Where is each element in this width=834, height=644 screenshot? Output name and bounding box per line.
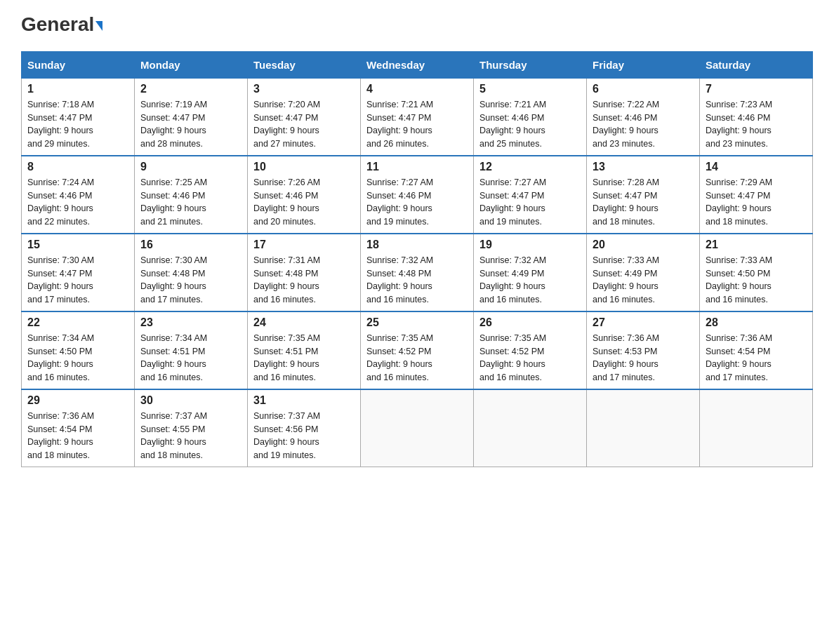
- day-number: 5: [479, 83, 581, 95]
- calendar-week-row-1: 1Sunrise: 7:18 AMSunset: 4:47 PMDaylight…: [22, 78, 813, 156]
- day-info: Sunrise: 7:25 AMSunset: 4:46 PMDaylight:…: [140, 176, 241, 229]
- day-info: Sunrise: 7:30 AMSunset: 4:47 PMDaylight:…: [27, 254, 128, 307]
- day-info: Sunrise: 7:37 AMSunset: 4:55 PMDaylight:…: [140, 410, 241, 462]
- day-info: Sunrise: 7:29 AMSunset: 4:47 PMDaylight:…: [706, 176, 807, 229]
- day-info: Sunrise: 7:30 AMSunset: 4:48 PMDaylight:…: [140, 254, 241, 307]
- day-number: 17: [253, 239, 355, 251]
- day-info: Sunrise: 7:21 AMSunset: 4:46 PMDaylight:…: [479, 98, 581, 151]
- calendar-day-cell: 12Sunrise: 7:27 AMSunset: 4:47 PMDayligh…: [474, 156, 587, 234]
- calendar-day-cell: 1Sunrise: 7:18 AMSunset: 4:47 PMDaylight…: [22, 78, 135, 156]
- day-number: 31: [253, 394, 355, 407]
- day-number: 16: [140, 239, 241, 251]
- weekday-header-friday: Friday: [587, 51, 700, 78]
- day-number: 20: [593, 239, 694, 251]
- calendar-day-cell: 5Sunrise: 7:21 AMSunset: 4:46 PMDaylight…: [474, 78, 587, 156]
- day-info: Sunrise: 7:34 AMSunset: 4:50 PMDaylight:…: [27, 332, 128, 384]
- logo: General: [21, 14, 102, 37]
- calendar-day-cell: 25Sunrise: 7:35 AMSunset: 4:52 PMDayligh…: [361, 311, 474, 389]
- day-number: 8: [27, 161, 128, 173]
- day-info: Sunrise: 7:35 AMSunset: 4:51 PMDaylight:…: [253, 332, 355, 384]
- day-number: 19: [479, 239, 581, 251]
- weekday-header-saturday: Saturday: [700, 51, 813, 78]
- day-number: 6: [593, 83, 694, 95]
- page-header: General: [21, 14, 813, 37]
- calendar-week-row-2: 8Sunrise: 7:24 AMSunset: 4:46 PMDaylight…: [22, 156, 813, 234]
- day-number: 11: [366, 161, 468, 173]
- weekday-header-monday: Monday: [135, 51, 248, 78]
- calendar-day-cell: 22Sunrise: 7:34 AMSunset: 4:50 PMDayligh…: [22, 311, 135, 389]
- calendar-day-cell: [700, 389, 813, 467]
- day-info: Sunrise: 7:28 AMSunset: 4:47 PMDaylight:…: [593, 176, 694, 229]
- day-number: 2: [140, 83, 241, 95]
- calendar-day-cell: 7Sunrise: 7:23 AMSunset: 4:46 PMDaylight…: [700, 78, 813, 156]
- calendar-day-cell: 29Sunrise: 7:36 AMSunset: 4:54 PMDayligh…: [22, 389, 135, 467]
- day-number: 12: [479, 161, 581, 173]
- weekday-header-sunday: Sunday: [22, 51, 135, 78]
- calendar-day-cell: 31Sunrise: 7:37 AMSunset: 4:56 PMDayligh…: [248, 389, 361, 467]
- day-number: 3: [253, 83, 355, 95]
- calendar-week-row-5: 29Sunrise: 7:36 AMSunset: 4:54 PMDayligh…: [22, 389, 813, 467]
- calendar-week-row-3: 15Sunrise: 7:30 AMSunset: 4:47 PMDayligh…: [22, 234, 813, 311]
- calendar-day-cell: 8Sunrise: 7:24 AMSunset: 4:46 PMDaylight…: [22, 156, 135, 234]
- day-info: Sunrise: 7:36 AMSunset: 4:54 PMDaylight:…: [27, 410, 128, 462]
- day-number: 28: [706, 316, 807, 329]
- calendar-day-cell: 13Sunrise: 7:28 AMSunset: 4:47 PMDayligh…: [587, 156, 700, 234]
- calendar-day-cell: 16Sunrise: 7:30 AMSunset: 4:48 PMDayligh…: [135, 234, 248, 311]
- day-info: Sunrise: 7:18 AMSunset: 4:47 PMDaylight:…: [27, 98, 128, 151]
- day-info: Sunrise: 7:35 AMSunset: 4:52 PMDaylight:…: [479, 332, 581, 384]
- calendar-day-cell: 28Sunrise: 7:36 AMSunset: 4:54 PMDayligh…: [700, 311, 813, 389]
- day-info: Sunrise: 7:19 AMSunset: 4:47 PMDaylight:…: [140, 98, 241, 151]
- calendar-day-cell: 3Sunrise: 7:20 AMSunset: 4:47 PMDaylight…: [248, 78, 361, 156]
- calendar-day-cell: 23Sunrise: 7:34 AMSunset: 4:51 PMDayligh…: [135, 311, 248, 389]
- day-number: 24: [253, 316, 355, 329]
- calendar-day-cell: 10Sunrise: 7:26 AMSunset: 4:46 PMDayligh…: [248, 156, 361, 234]
- calendar-day-cell: [587, 389, 700, 467]
- day-number: 14: [706, 161, 807, 173]
- day-info: Sunrise: 7:24 AMSunset: 4:46 PMDaylight:…: [27, 176, 128, 229]
- day-number: 22: [27, 316, 128, 329]
- weekday-header-wednesday: Wednesday: [361, 51, 474, 78]
- day-number: 9: [140, 161, 241, 173]
- day-number: 10: [253, 161, 355, 173]
- calendar-day-cell: 19Sunrise: 7:32 AMSunset: 4:49 PMDayligh…: [474, 234, 587, 311]
- calendar-day-cell: 21Sunrise: 7:33 AMSunset: 4:50 PMDayligh…: [700, 234, 813, 311]
- calendar-day-cell: 9Sunrise: 7:25 AMSunset: 4:46 PMDaylight…: [135, 156, 248, 234]
- day-info: Sunrise: 7:21 AMSunset: 4:47 PMDaylight:…: [366, 98, 468, 151]
- day-number: 29: [27, 394, 128, 407]
- calendar-day-cell: 26Sunrise: 7:35 AMSunset: 4:52 PMDayligh…: [474, 311, 587, 389]
- day-number: 7: [706, 83, 807, 95]
- day-number: 26: [479, 316, 581, 329]
- day-info: Sunrise: 7:31 AMSunset: 4:48 PMDaylight:…: [253, 254, 355, 307]
- calendar-day-cell: 11Sunrise: 7:27 AMSunset: 4:46 PMDayligh…: [361, 156, 474, 234]
- day-info: Sunrise: 7:26 AMSunset: 4:46 PMDaylight:…: [253, 176, 355, 229]
- day-info: Sunrise: 7:36 AMSunset: 4:54 PMDaylight:…: [706, 332, 807, 384]
- calendar-day-cell: [361, 389, 474, 467]
- calendar-day-cell: 17Sunrise: 7:31 AMSunset: 4:48 PMDayligh…: [248, 234, 361, 311]
- day-info: Sunrise: 7:27 AMSunset: 4:46 PMDaylight:…: [366, 176, 468, 229]
- day-number: 21: [706, 239, 807, 251]
- calendar-day-cell: [474, 389, 587, 467]
- calendar-day-cell: 6Sunrise: 7:22 AMSunset: 4:46 PMDaylight…: [587, 78, 700, 156]
- day-info: Sunrise: 7:27 AMSunset: 4:47 PMDaylight:…: [479, 176, 581, 229]
- day-number: 4: [366, 83, 468, 95]
- calendar-table: SundayMondayTuesdayWednesdayThursdayFrid…: [21, 51, 813, 467]
- logo-general: General: [21, 14, 102, 36]
- calendar-day-cell: 24Sunrise: 7:35 AMSunset: 4:51 PMDayligh…: [248, 311, 361, 389]
- day-number: 23: [140, 316, 241, 329]
- day-info: Sunrise: 7:23 AMSunset: 4:46 PMDaylight:…: [706, 98, 807, 151]
- day-info: Sunrise: 7:32 AMSunset: 4:48 PMDaylight:…: [366, 254, 468, 307]
- day-info: Sunrise: 7:32 AMSunset: 4:49 PMDaylight:…: [479, 254, 581, 307]
- day-info: Sunrise: 7:22 AMSunset: 4:46 PMDaylight:…: [593, 98, 694, 151]
- weekday-header-thursday: Thursday: [474, 51, 587, 78]
- calendar-day-cell: 14Sunrise: 7:29 AMSunset: 4:47 PMDayligh…: [700, 156, 813, 234]
- day-info: Sunrise: 7:35 AMSunset: 4:52 PMDaylight:…: [366, 332, 468, 384]
- day-info: Sunrise: 7:20 AMSunset: 4:47 PMDaylight:…: [253, 98, 355, 151]
- calendar-day-cell: 18Sunrise: 7:32 AMSunset: 4:48 PMDayligh…: [361, 234, 474, 311]
- calendar-day-cell: 2Sunrise: 7:19 AMSunset: 4:47 PMDaylight…: [135, 78, 248, 156]
- day-number: 15: [27, 239, 128, 251]
- calendar-day-cell: 20Sunrise: 7:33 AMSunset: 4:49 PMDayligh…: [587, 234, 700, 311]
- calendar-day-cell: 30Sunrise: 7:37 AMSunset: 4:55 PMDayligh…: [135, 389, 248, 467]
- day-number: 25: [366, 316, 468, 329]
- calendar-day-cell: 4Sunrise: 7:21 AMSunset: 4:47 PMDaylight…: [361, 78, 474, 156]
- day-info: Sunrise: 7:37 AMSunset: 4:56 PMDaylight:…: [253, 410, 355, 462]
